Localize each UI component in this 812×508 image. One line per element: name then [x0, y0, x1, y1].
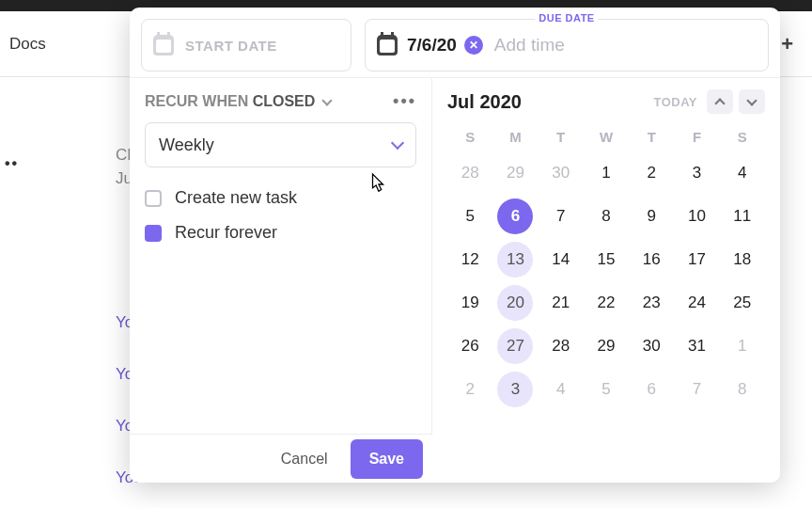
- calendar-day[interactable]: 29: [492, 152, 538, 194]
- calendar-day[interactable]: 30: [539, 152, 584, 194]
- start-date-field[interactable]: START DATE: [141, 19, 351, 71]
- calendar-day[interactable]: 2: [629, 152, 674, 194]
- calendar-day[interactable]: 16: [629, 239, 674, 280]
- save-button[interactable]: Save: [351, 439, 423, 479]
- weekday-label: W: [584, 121, 629, 151]
- today-button[interactable]: TODAY: [653, 95, 697, 109]
- chevron-down-icon: [391, 136, 404, 150]
- modal-header: START DATE DUE DATE 7/6/20 ✕ Add time: [130, 8, 780, 77]
- calendar-day[interactable]: 15: [584, 239, 629, 280]
- clear-due-date-icon[interactable]: ✕: [464, 36, 483, 55]
- calendar-day[interactable]: 2: [447, 369, 492, 410]
- checkbox-unchecked-icon[interactable]: [145, 190, 162, 207]
- recur-when-label[interactable]: RECUR WHEN CLOSED: [145, 93, 331, 110]
- calendar-day[interactable]: 19: [447, 282, 492, 324]
- weekday-label: M: [492, 121, 538, 151]
- calendar-day[interactable]: 3: [497, 372, 533, 407]
- calendar-day[interactable]: 8: [584, 196, 629, 237]
- calendar-day[interactable]: 6: [629, 369, 674, 410]
- calendar-day[interactable]: 5: [447, 196, 492, 237]
- chevron-up-icon: [714, 98, 725, 108]
- create-new-task-label: Create new task: [175, 188, 297, 208]
- recurrence-pane: RECUR WHEN CLOSED ••• Weekly Create new …: [130, 78, 432, 483]
- weekday-label: T: [629, 121, 674, 151]
- weekday-label: S: [447, 121, 492, 151]
- calendar-day[interactable]: 21: [539, 282, 584, 324]
- modal-footer: Cancel Save: [130, 434, 432, 483]
- weekday-header: SMTWTFS: [447, 121, 765, 151]
- calendar-day[interactable]: 29: [584, 325, 629, 367]
- recur-forever-label: Recur forever: [175, 223, 277, 243]
- calendar-day[interactable]: 28: [539, 325, 584, 367]
- calendar-day[interactable]: 7: [674, 369, 719, 410]
- calendar-day[interactable]: 23: [629, 282, 674, 324]
- start-date-placeholder: START DATE: [185, 38, 277, 54]
- weekday-label: T: [539, 121, 584, 151]
- date-recurrence-modal: START DATE DUE DATE 7/6/20 ✕ Add time RE…: [130, 8, 780, 483]
- calendar-day[interactable]: 24: [674, 282, 719, 324]
- calendar-icon: [153, 35, 174, 56]
- calendar-day[interactable]: 27: [497, 328, 533, 364]
- calendar-day[interactable]: 9: [629, 196, 674, 237]
- prev-month-button[interactable]: [707, 89, 733, 114]
- due-date-field[interactable]: DUE DATE 7/6/20 ✕ Add time: [365, 19, 769, 71]
- calendar-day[interactable]: 22: [584, 282, 629, 324]
- calendar-day[interactable]: 8: [720, 369, 765, 410]
- calendar-day[interactable]: 3: [674, 152, 719, 194]
- chevron-down-icon: [321, 95, 332, 105]
- weekday-label: S: [720, 121, 765, 151]
- calendar-day[interactable]: 4: [720, 152, 765, 194]
- checkbox-checked-icon[interactable]: [145, 225, 162, 242]
- calendar-day[interactable]: 26: [447, 325, 492, 367]
- weekday-label: F: [674, 121, 719, 151]
- calendar-icon: [377, 35, 398, 56]
- calendar-day[interactable]: 25: [720, 282, 765, 324]
- next-month-button[interactable]: [739, 89, 765, 114]
- recur-forever-option[interactable]: Recur forever: [145, 215, 416, 250]
- calendar-day[interactable]: 6: [497, 198, 533, 234]
- frequency-value: Weekly: [159, 135, 214, 155]
- docs-label[interactable]: Docs: [9, 35, 46, 54]
- calendar-day[interactable]: 4: [539, 369, 584, 410]
- calendar-day[interactable]: 5: [584, 369, 629, 410]
- calendar-day[interactable]: 28: [447, 152, 492, 194]
- calendar-day[interactable]: 30: [629, 325, 674, 367]
- cancel-button[interactable]: Cancel: [268, 441, 341, 477]
- calendar-day[interactable]: 31: [674, 325, 719, 367]
- calendar-day[interactable]: 14: [539, 239, 584, 280]
- calendar-day[interactable]: 13: [497, 242, 533, 278]
- chevron-down-icon: [746, 95, 757, 105]
- calendar-pane: Jul 2020 TODAY SMTWTFS 28293012345678910…: [432, 78, 780, 483]
- calendar-month-label: Jul 2020: [447, 91, 522, 113]
- due-date-label: DUE DATE: [535, 12, 598, 24]
- calendar-day[interactable]: 18: [720, 239, 765, 280]
- plus-icon[interactable]: +: [781, 32, 793, 56]
- add-time-button[interactable]: Add time: [494, 35, 565, 56]
- calendar-day[interactable]: 1: [720, 325, 765, 367]
- calendar-day[interactable]: 17: [674, 239, 719, 280]
- calendar-day[interactable]: 20: [497, 285, 533, 321]
- calendar-day[interactable]: 7: [539, 196, 584, 237]
- calendar-day[interactable]: 11: [720, 196, 765, 237]
- calendar-day[interactable]: 12: [447, 239, 492, 280]
- recurrence-options-icon[interactable]: •••: [393, 91, 416, 111]
- frequency-select[interactable]: Weekly: [145, 122, 416, 167]
- create-new-task-option[interactable]: Create new task: [145, 181, 416, 215]
- calendar-day[interactable]: 10: [674, 196, 719, 237]
- due-date-value: 7/6/20: [407, 35, 457, 56]
- more-dots-icon[interactable]: ••: [5, 155, 19, 172]
- calendar-day[interactable]: 1: [584, 152, 629, 194]
